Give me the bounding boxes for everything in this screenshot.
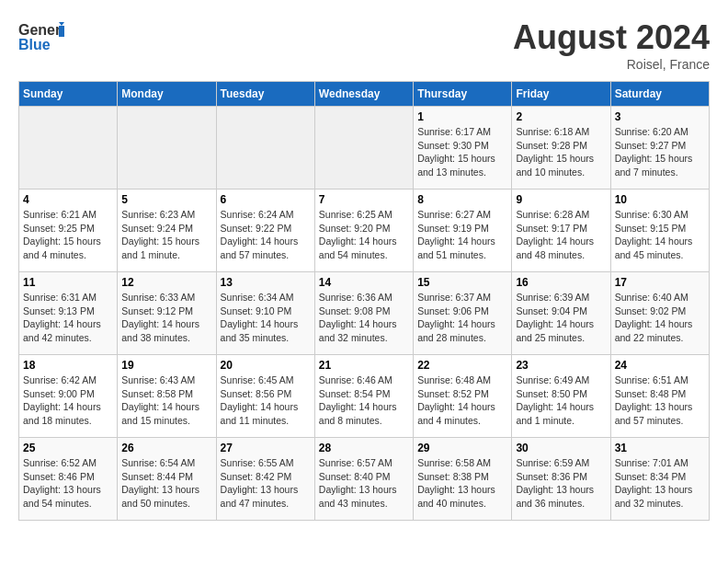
logo-mark: General Blue (18, 18, 64, 63)
calendar-cell: 21Sunrise: 6:46 AMSunset: 8:54 PMDayligh… (314, 355, 413, 438)
day-header-friday: Friday (512, 82, 610, 107)
month-title: August 2024 (513, 18, 710, 57)
day-number: 12 (121, 276, 211, 289)
day-number: 19 (121, 359, 211, 372)
day-info: Sunrise: 6:48 AMSunset: 8:52 PMDaylight:… (417, 373, 507, 428)
logo: General Blue (18, 18, 64, 63)
day-info: Sunrise: 6:45 AMSunset: 8:56 PMDaylight:… (221, 373, 311, 428)
location: Roisel, France (513, 57, 710, 72)
page-header: General Blue August 2024 Roisel, France (18, 18, 710, 72)
day-info: Sunrise: 6:37 AMSunset: 9:06 PMDaylight:… (417, 291, 507, 345)
calendar-table: SundayMondayTuesdayWednesdayThursdayFrid… (18, 81, 710, 521)
day-number: 28 (319, 442, 409, 454)
calendar-cell: 23Sunrise: 6:49 AMSunset: 8:50 PMDayligh… (512, 355, 610, 438)
day-number: 8 (417, 193, 507, 206)
calendar-cell: 12Sunrise: 6:33 AMSunset: 9:12 PMDayligh… (118, 272, 216, 355)
day-header-thursday: Thursday (414, 82, 512, 107)
day-info: Sunrise: 6:24 AMSunset: 9:22 PMDaylight:… (221, 208, 311, 262)
calendar-cell: 15Sunrise: 6:37 AMSunset: 9:06 PMDayligh… (414, 272, 512, 355)
calendar-cell: 1Sunrise: 6:17 AMSunset: 9:30 PMDaylight… (414, 107, 512, 190)
day-number: 27 (221, 442, 311, 454)
day-info: Sunrise: 6:23 AMSunset: 9:24 PMDaylight:… (121, 208, 211, 262)
calendar-cell: 28Sunrise: 6:57 AMSunset: 8:40 PMDayligh… (314, 438, 413, 521)
day-info: Sunrise: 7:01 AMSunset: 8:34 PMDaylight:… (615, 456, 705, 511)
calendar-cell: 31Sunrise: 7:01 AMSunset: 8:34 PMDayligh… (610, 438, 709, 521)
day-number: 4 (23, 193, 113, 206)
calendar-cell: 16Sunrise: 6:39 AMSunset: 9:04 PMDayligh… (512, 272, 610, 355)
day-info: Sunrise: 6:25 AMSunset: 9:20 PMDaylight:… (319, 208, 409, 262)
calendar-cell: 20Sunrise: 6:45 AMSunset: 8:56 PMDayligh… (216, 355, 314, 438)
day-number: 22 (417, 359, 507, 372)
calendar-cell: 7Sunrise: 6:25 AMSunset: 9:20 PMDaylight… (314, 190, 413, 272)
day-info: Sunrise: 6:18 AMSunset: 9:28 PMDaylight:… (516, 125, 606, 179)
day-number: 20 (221, 359, 311, 372)
day-number: 10 (615, 193, 705, 206)
calendar-cell (118, 107, 216, 190)
day-number: 14 (319, 276, 409, 289)
day-number: 11 (23, 276, 113, 289)
day-number: 16 (516, 276, 606, 289)
day-header-sunday: Sunday (19, 82, 118, 107)
day-number: 15 (417, 276, 507, 289)
calendar-week-3: 11Sunrise: 6:31 AMSunset: 9:13 PMDayligh… (19, 272, 710, 355)
day-info: Sunrise: 6:34 AMSunset: 9:10 PMDaylight:… (221, 291, 311, 345)
svg-text:Blue: Blue (18, 37, 51, 52)
svg-marker-2 (59, 26, 64, 37)
day-number: 18 (23, 359, 113, 372)
day-header-saturday: Saturday (610, 82, 709, 107)
calendar-header-row: SundayMondayTuesdayWednesdayThursdayFrid… (19, 82, 710, 107)
day-info: Sunrise: 6:39 AMSunset: 9:04 PMDaylight:… (516, 291, 606, 345)
calendar-cell: 5Sunrise: 6:23 AMSunset: 9:24 PMDaylight… (118, 190, 216, 272)
day-info: Sunrise: 6:46 AMSunset: 8:54 PMDaylight:… (319, 373, 409, 428)
day-number: 17 (615, 276, 705, 289)
day-info: Sunrise: 6:49 AMSunset: 8:50 PMDaylight:… (516, 373, 606, 428)
day-number: 30 (516, 442, 606, 454)
day-info: Sunrise: 6:51 AMSunset: 8:48 PMDaylight:… (615, 373, 705, 428)
day-info: Sunrise: 6:17 AMSunset: 9:30 PMDaylight:… (417, 125, 507, 179)
calendar-cell: 9Sunrise: 6:28 AMSunset: 9:17 PMDaylight… (512, 190, 610, 272)
calendar-cell: 3Sunrise: 6:20 AMSunset: 9:27 PMDaylight… (610, 107, 709, 190)
calendar-cell: 27Sunrise: 6:55 AMSunset: 8:42 PMDayligh… (216, 438, 314, 521)
day-info: Sunrise: 6:52 AMSunset: 8:46 PMDaylight:… (23, 456, 113, 511)
calendar-cell: 10Sunrise: 6:30 AMSunset: 9:15 PMDayligh… (610, 190, 709, 272)
day-number: 13 (221, 276, 311, 289)
calendar-cell: 19Sunrise: 6:43 AMSunset: 8:58 PMDayligh… (118, 355, 216, 438)
day-info: Sunrise: 6:33 AMSunset: 9:12 PMDaylight:… (121, 291, 211, 345)
calendar-cell: 4Sunrise: 6:21 AMSunset: 9:25 PMDaylight… (19, 190, 118, 272)
day-number: 26 (121, 442, 211, 454)
day-info: Sunrise: 6:28 AMSunset: 9:17 PMDaylight:… (516, 208, 606, 262)
day-number: 9 (516, 193, 606, 206)
calendar-cell: 14Sunrise: 6:36 AMSunset: 9:08 PMDayligh… (314, 272, 413, 355)
day-number: 25 (23, 442, 113, 454)
calendar-cell: 17Sunrise: 6:40 AMSunset: 9:02 PMDayligh… (610, 272, 709, 355)
day-number: 31 (615, 442, 705, 454)
calendar-cell (216, 107, 314, 190)
day-info: Sunrise: 6:31 AMSunset: 9:13 PMDaylight:… (23, 291, 113, 345)
day-info: Sunrise: 6:21 AMSunset: 9:25 PMDaylight:… (23, 208, 113, 262)
calendar-cell: 13Sunrise: 6:34 AMSunset: 9:10 PMDayligh… (216, 272, 314, 355)
day-number: 7 (319, 193, 409, 206)
title-section: August 2024 Roisel, France (513, 18, 710, 72)
day-number: 6 (221, 193, 311, 206)
day-info: Sunrise: 6:54 AMSunset: 8:44 PMDaylight:… (121, 456, 211, 511)
calendar-cell: 11Sunrise: 6:31 AMSunset: 9:13 PMDayligh… (19, 272, 118, 355)
day-header-monday: Monday (118, 82, 216, 107)
calendar-cell: 2Sunrise: 6:18 AMSunset: 9:28 PMDaylight… (512, 107, 610, 190)
calendar-week-2: 4Sunrise: 6:21 AMSunset: 9:25 PMDaylight… (19, 190, 710, 272)
day-number: 3 (615, 110, 705, 123)
calendar-week-4: 18Sunrise: 6:42 AMSunset: 9:00 PMDayligh… (19, 355, 710, 438)
calendar-cell: 8Sunrise: 6:27 AMSunset: 9:19 PMDaylight… (414, 190, 512, 272)
calendar-cell: 25Sunrise: 6:52 AMSunset: 8:46 PMDayligh… (19, 438, 118, 521)
svg-text:General: General (18, 22, 64, 38)
day-number: 1 (417, 110, 507, 123)
day-number: 24 (615, 359, 705, 372)
calendar-cell: 29Sunrise: 6:58 AMSunset: 8:38 PMDayligh… (414, 438, 512, 521)
calendar-cell: 24Sunrise: 6:51 AMSunset: 8:48 PMDayligh… (610, 355, 709, 438)
calendar-cell: 26Sunrise: 6:54 AMSunset: 8:44 PMDayligh… (118, 438, 216, 521)
day-header-tuesday: Tuesday (216, 82, 314, 107)
calendar-week-5: 25Sunrise: 6:52 AMSunset: 8:46 PMDayligh… (19, 438, 710, 521)
calendar-cell: 6Sunrise: 6:24 AMSunset: 9:22 PMDaylight… (216, 190, 314, 272)
calendar-cell (19, 107, 118, 190)
day-number: 21 (319, 359, 409, 372)
day-info: Sunrise: 6:27 AMSunset: 9:19 PMDaylight:… (417, 208, 507, 262)
